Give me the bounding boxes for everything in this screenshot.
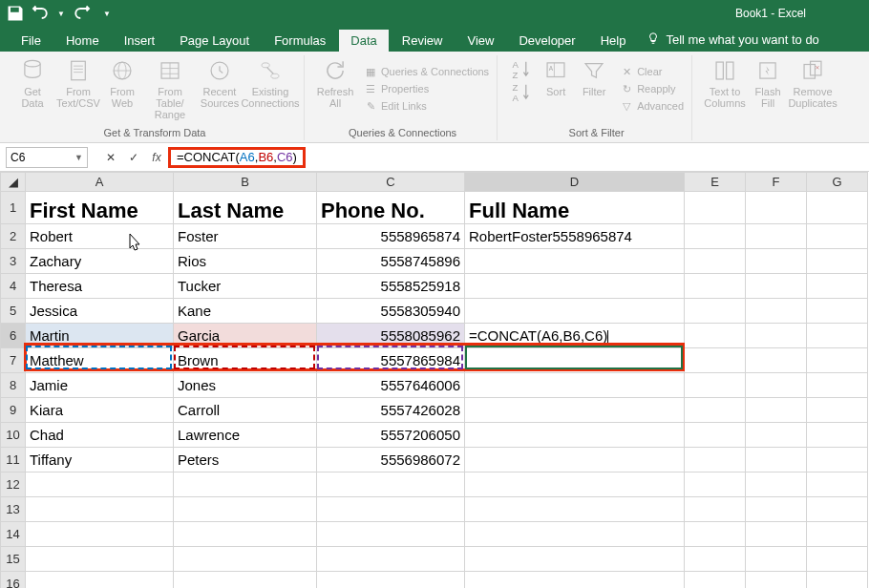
row-header[interactable]: 10	[1, 423, 26, 448]
cell[interactable]	[26, 547, 174, 572]
select-all-corner[interactable]: ◢	[1, 173, 26, 192]
cell[interactable]	[317, 572, 465, 589]
col-header-A[interactable]: A	[26, 173, 174, 192]
cell[interactable]	[465, 274, 685, 299]
cell[interactable]	[685, 348, 746, 373]
cell[interactable]	[465, 522, 685, 547]
row-header[interactable]: 3	[1, 249, 26, 274]
spreadsheet-grid[interactable]: ◢ A B C D E F G 1 First Name Last Name P…	[0, 172, 869, 588]
cell[interactable]	[685, 324, 746, 348]
cell[interactable]	[465, 472, 685, 497]
formula-input[interactable]: =CONCAT(A6,B6,C6)	[168, 147, 306, 168]
cell[interactable]	[465, 348, 685, 373]
col-header-B[interactable]: B	[174, 173, 317, 192]
cell[interactable]: Jamie	[26, 373, 174, 398]
cell[interactable]	[807, 448, 868, 472]
col-header-E[interactable]: E	[685, 173, 746, 192]
cell[interactable]	[807, 547, 868, 572]
row-header[interactable]: 14	[1, 522, 26, 547]
row-header[interactable]: 6	[1, 324, 26, 348]
cell[interactable]	[174, 497, 317, 522]
get-data-button[interactable]: Get Data	[11, 55, 53, 120]
flash-fill-button[interactable]: Flash Fill	[750, 55, 786, 120]
cell[interactable]: Zachary	[26, 249, 174, 274]
cell[interactable]	[465, 497, 685, 522]
text-to-columns-button[interactable]: Text to Columns	[702, 55, 748, 120]
cell[interactable]	[174, 472, 317, 497]
cell[interactable]	[685, 299, 746, 324]
row-header[interactable]: 15	[1, 547, 26, 572]
clear-button[interactable]: ✕Clear	[618, 64, 664, 79]
existing-connections-button[interactable]: Existing Connections	[243, 55, 298, 120]
redo-icon[interactable]	[74, 4, 94, 23]
cell[interactable]: 5557646006	[317, 373, 465, 398]
cell[interactable]	[685, 423, 746, 448]
cell[interactable]	[465, 373, 685, 398]
cell[interactable]	[746, 572, 807, 589]
cell[interactable]	[685, 274, 746, 299]
cell[interactable]	[807, 249, 868, 274]
remove-duplicates-button[interactable]: Remove Duplicates	[788, 55, 837, 120]
cell[interactable]: 5556986072	[317, 448, 465, 472]
cell[interactable]	[317, 497, 465, 522]
cell[interactable]	[746, 299, 807, 324]
cell[interactable]: 5558525918	[317, 274, 465, 299]
cell[interactable]: 5557426028	[317, 398, 465, 423]
row-header[interactable]: 7	[1, 348, 26, 373]
cell[interactable]: Martin	[26, 324, 174, 348]
fx-icon[interactable]: fx	[145, 147, 168, 168]
cell[interactable]: Theresa	[26, 274, 174, 299]
col-header-C[interactable]: C	[317, 173, 465, 192]
row-header[interactable]: 11	[1, 448, 26, 472]
cell[interactable]	[685, 497, 746, 522]
cell[interactable]	[807, 472, 868, 497]
sort-button[interactable]: A Sort	[538, 55, 574, 120]
cell[interactable]	[746, 373, 807, 398]
row-header[interactable]: 5	[1, 299, 26, 324]
cell[interactable]	[174, 547, 317, 572]
cell[interactable]: RobertFoster5558965874	[465, 224, 685, 249]
cell[interactable]	[685, 192, 746, 224]
cell[interactable]	[807, 324, 868, 348]
cell[interactable]	[174, 522, 317, 547]
cell[interactable]	[746, 249, 807, 274]
cell[interactable]: Peters	[174, 448, 317, 472]
tab-formulas[interactable]: Formulas	[263, 30, 337, 52]
cell[interactable]	[685, 373, 746, 398]
cell[interactable]	[465, 572, 685, 589]
refresh-all-button[interactable]: Refresh All	[314, 55, 356, 120]
cell[interactable]: 5558305940	[317, 299, 465, 324]
cell[interactable]: 5557865984	[317, 348, 465, 373]
cell[interactable]: Garcia	[174, 324, 317, 348]
cell[interactable]	[746, 224, 807, 249]
cell[interactable]	[807, 423, 868, 448]
cell[interactable]: Phone No.	[317, 192, 465, 224]
qat-customize-icon[interactable]: ▼	[97, 4, 117, 23]
queries-connections-button[interactable]: ▦Queries & Connections	[362, 64, 491, 79]
tab-help[interactable]: Help	[589, 30, 638, 52]
row-header[interactable]: 9	[1, 398, 26, 423]
cell[interactable]	[174, 572, 317, 589]
row-header[interactable]: 4	[1, 274, 26, 299]
cell[interactable]	[807, 572, 868, 589]
cell[interactable]	[807, 497, 868, 522]
cell[interactable]: First Name	[26, 192, 174, 224]
cell[interactable]: Chad	[26, 423, 174, 448]
cell[interactable]	[317, 547, 465, 572]
cell[interactable]	[746, 423, 807, 448]
cell[interactable]	[685, 398, 746, 423]
cell[interactable]: Robert	[26, 224, 174, 249]
col-header-D[interactable]: D	[465, 173, 685, 192]
cell[interactable]: Kiara	[26, 398, 174, 423]
cell[interactable]: Kane	[174, 299, 317, 324]
cell[interactable]	[317, 472, 465, 497]
cell[interactable]	[685, 224, 746, 249]
cell[interactable]	[807, 373, 868, 398]
cell[interactable]	[26, 522, 174, 547]
from-table-range-button[interactable]: From Table/ Range	[143, 55, 197, 120]
cell[interactable]	[746, 448, 807, 472]
cell[interactable]: Tucker	[174, 274, 317, 299]
recent-sources-button[interactable]: Recent Sources	[199, 55, 241, 120]
cell[interactable]: 5557206050	[317, 423, 465, 448]
cell[interactable]	[807, 398, 868, 423]
